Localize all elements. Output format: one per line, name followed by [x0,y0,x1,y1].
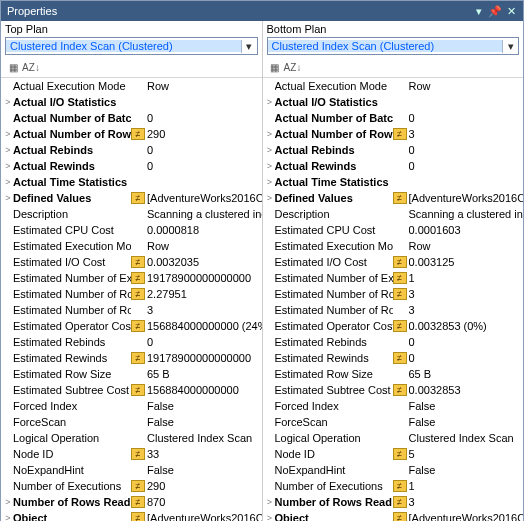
expander-icon[interactable]: > [265,161,275,171]
expander-icon[interactable]: > [265,193,275,203]
property-row[interactable]: Estimated Number of Exec1917890000000000… [1,270,262,286]
not-equal-icon [393,464,407,476]
property-row[interactable]: Forced IndexFalse [1,398,262,414]
property-row[interactable]: Estimated Row Size65 B [263,366,524,382]
property-row[interactable]: Actual Execution ModeRow [1,78,262,94]
top-plan-combo[interactable]: Clustered Index Scan (Clustered) ▾ [5,37,258,55]
expander-icon[interactable]: > [265,129,275,139]
bottom-plan-combo[interactable]: Clustered Index Scan (Clustered) ▾ [267,37,520,55]
categorized-button[interactable]: ▦ [5,59,21,75]
property-name: Object [13,512,131,521]
expander-icon[interactable]: > [3,129,13,139]
expander-icon[interactable]: > [3,97,13,107]
property-row[interactable]: DescriptionScanning a clustered index, e… [1,206,262,222]
property-row[interactable]: Estimated Execution ModRow [263,238,524,254]
bottom-plan-toolbar: ▦ AZ↓ [263,57,524,78]
property-row[interactable]: ForceScanFalse [1,414,262,430]
property-row[interactable]: Estimated Rewinds0 [263,350,524,366]
property-row[interactable]: Logical OperationClustered Index Scan [1,430,262,446]
property-row[interactable]: Estimated Operator Cost156884000000000 (… [1,318,262,334]
property-name: Estimated Operator Cost [275,320,393,332]
titlebar[interactable]: Properties ▾ 📌 ✕ [1,1,523,21]
property-name: Actual Number of Batche [275,112,393,124]
property-row[interactable]: Logical OperationClustered Index Scan [263,430,524,446]
dropdown-icon[interactable]: ▾ [473,5,485,17]
property-row[interactable]: >Actual Rewinds0 [1,158,262,174]
pin-icon[interactable]: 📌 [489,5,501,17]
not-equal-icon [131,224,145,236]
property-row[interactable]: >Actual Rebinds0 [1,142,262,158]
property-row[interactable]: Actual Number of Batche0 [263,110,524,126]
property-row[interactable]: Number of Executions1 [263,478,524,494]
property-row[interactable]: Estimated Number of Row3 [263,286,524,302]
chevron-down-icon[interactable]: ▾ [241,40,257,53]
property-row[interactable]: Estimated Operator Cost0.0032853 (0%) [263,318,524,334]
not-equal-icon [131,512,145,521]
property-row[interactable]: >Object[AdventureWorks2016CTP3].[P [263,510,524,521]
property-row[interactable]: >Actual I/O Statistics [1,94,262,110]
property-row[interactable]: Estimated Number of Row3 [1,302,262,318]
property-row[interactable]: ForceScanFalse [263,414,524,430]
property-value: 0 [409,352,524,364]
property-row[interactable]: >Actual Number of Rows3 [263,126,524,142]
property-row[interactable]: >Defined Values[AdventureWorks2016CTP3].… [1,190,262,206]
property-row[interactable]: Forced IndexFalse [263,398,524,414]
expander-icon[interactable]: > [265,513,275,521]
property-row[interactable]: Estimated I/O Cost0.0032035 [1,254,262,270]
property-row[interactable]: NoExpandHintFalse [1,462,262,478]
property-row[interactable]: Estimated Rebinds0 [263,334,524,350]
property-row[interactable]: Estimated I/O Cost0.003125 [263,254,524,270]
property-row[interactable]: >Actual Number of Rows290 [1,126,262,142]
expander-icon[interactable]: > [265,497,275,507]
property-row[interactable]: Node ID5 [263,446,524,462]
property-row[interactable]: >Actual I/O Statistics [263,94,524,110]
expander-icon[interactable]: > [265,97,275,107]
chevron-down-icon[interactable]: ▾ [502,40,518,53]
property-row[interactable]: >Actual Time Statistics [1,174,262,190]
expander-icon[interactable]: > [3,177,13,187]
property-row[interactable]: Node ID33 [1,446,262,462]
expander-icon[interactable]: > [3,161,13,171]
property-name: Estimated I/O Cost [13,256,131,268]
not-equal-icon [393,160,407,172]
property-row[interactable]: Estimated Subtree Cost0.0032853 [263,382,524,398]
property-row[interactable]: Estimated Row Size65 B [1,366,262,382]
not-equal-icon [131,208,145,220]
alpha-sort-button[interactable]: AZ↓ [23,59,39,75]
property-row[interactable]: Estimated Execution ModeRow [1,238,262,254]
expander-icon[interactable]: > [265,145,275,155]
property-row[interactable]: Estimated Rewinds19178900000000000 [1,350,262,366]
property-row[interactable]: Actual Number of Batches0 [1,110,262,126]
property-row[interactable]: >Actual Rewinds0 [263,158,524,174]
property-row[interactable]: Estimated Subtree Cost156884000000000 [1,382,262,398]
property-row[interactable]: >Actual Rebinds0 [263,142,524,158]
property-row[interactable]: DescriptionScanning a clustered index, e… [263,206,524,222]
expander-icon[interactable]: > [3,145,13,155]
expander-icon[interactable]: > [3,193,13,203]
alpha-sort-button[interactable]: AZ↓ [285,59,301,75]
property-row[interactable]: Actual Execution ModeRow [263,78,524,94]
property-row[interactable]: Estimated Number of Row3 [263,302,524,318]
property-row[interactable]: >Actual Time Statistics [263,174,524,190]
expander-icon[interactable]: > [3,513,13,521]
property-name: Actual Rebinds [13,144,131,156]
property-row[interactable]: Estimated CPU Cost0.0000818 [1,222,262,238]
property-row[interactable]: Estimated Number of Exe1 [263,270,524,286]
close-icon[interactable]: ✕ [505,5,517,17]
expander-icon[interactable]: > [265,177,275,187]
property-row[interactable]: NoExpandHintFalse [263,462,524,478]
property-name: Estimated CPU Cost [13,224,131,236]
property-row[interactable]: >Number of Rows Read870 [1,494,262,510]
property-row[interactable]: Estimated CPU Cost0.0001603 [263,222,524,238]
property-row[interactable]: >Defined Values[AdventureWorks2016CTP3].… [263,190,524,206]
property-value: False [409,400,524,412]
property-value: 156884000000000 [147,384,262,396]
property-name: Node ID [13,448,131,460]
property-row[interactable]: Estimated Rebinds0 [1,334,262,350]
property-row[interactable]: >Object[AdventureWorks2016CTP3].[Perso [1,510,262,521]
categorized-button[interactable]: ▦ [267,59,283,75]
expander-icon[interactable]: > [3,497,13,507]
property-row[interactable]: >Number of Rows Read3 [263,494,524,510]
property-row[interactable]: Number of Executions290 [1,478,262,494]
property-row[interactable]: Estimated Number of Row2.27951 [1,286,262,302]
